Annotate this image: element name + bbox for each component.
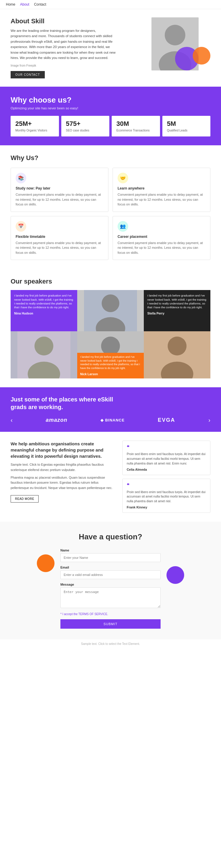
feature-title-career: Career placement bbox=[118, 235, 206, 239]
stat-label-seo: SEO case studies bbox=[66, 128, 105, 132]
message-input[interactable] bbox=[60, 587, 161, 608]
nina-name: Nina Hudson bbox=[14, 311, 74, 316]
companies-section: Just some of the places where eSkill gra… bbox=[0, 387, 221, 432]
nick-quote-text: I landed my first job before graduation … bbox=[80, 355, 140, 370]
nick-name: Nick Larson bbox=[80, 372, 141, 376]
hero-content: About Skill We are the leading online tr… bbox=[10, 18, 116, 79]
testimonial-card-1: ❝ Proin sed libero enim sed faucibus tur… bbox=[122, 441, 211, 475]
speaker-photo-bottom-right bbox=[144, 331, 211, 378]
flexible-icon: 📅 bbox=[15, 221, 26, 232]
speaker-photo-bottom-left bbox=[10, 331, 77, 378]
nav-contact[interactable]: Contact bbox=[34, 2, 46, 6]
career-icon: 👥 bbox=[118, 221, 128, 232]
logos-next-arrow[interactable]: › bbox=[208, 417, 211, 424]
feature-career: 👥 Career placement Convenient payment pl… bbox=[113, 216, 211, 260]
stat-label-ecommerce: Ecommerce Transactions bbox=[116, 128, 155, 132]
companies-title: Just some of the places where eSkill gra… bbox=[10, 396, 117, 411]
speaker-photo-bottom-center: I landed my first job before graduation … bbox=[77, 331, 144, 378]
feature-desc-career: Convenient payment plans enable you to d… bbox=[118, 241, 206, 255]
feature-study-now: 📚 Study now: Pay later Convenient paymen… bbox=[10, 168, 108, 212]
orange-circle-decoration bbox=[193, 47, 211, 65]
our-contact-button[interactable]: OUR CONTACT bbox=[10, 71, 45, 79]
speakers-grid: I landed my first job before graduation … bbox=[10, 290, 211, 378]
speakers-title: Our speakers bbox=[10, 278, 211, 285]
email-field-group: Email bbox=[60, 566, 161, 579]
freepik-note: Image from Freepik bbox=[10, 63, 116, 68]
feature-learn-anywhere: 🤝 Learn anywhere Convenient payment plan… bbox=[113, 168, 211, 212]
message-field-group: Message bbox=[60, 583, 161, 609]
hero-section: About Skill We are the leading online tr… bbox=[0, 9, 221, 87]
nina-quote-text: I landed my first job before graduation … bbox=[14, 293, 74, 309]
feature-title-learn: Learn anywhere bbox=[118, 186, 206, 190]
feature-title-study: Study now: Pay later bbox=[15, 186, 103, 190]
nav-home[interactable]: Home bbox=[6, 2, 15, 6]
name-field-group: Name bbox=[60, 549, 161, 562]
speaker-photo-center-top bbox=[77, 290, 144, 331]
features-grid: 📚 Study now: Pay later Convenient paymen… bbox=[10, 168, 211, 260]
testimonials-text-left: We help ambitious organisations create m… bbox=[10, 441, 122, 513]
binance-logo: ◆ BINANCE bbox=[100, 418, 125, 422]
testimonials-heading: We help ambitious organisations create m… bbox=[10, 441, 116, 459]
stat-ecommerce: 30M Ecommerce Transactions bbox=[112, 116, 160, 136]
why-us-section: Why Us? 📚 Study now: Pay later Convenien… bbox=[0, 145, 221, 269]
contact-section: Have a question? Name Email Message * I … bbox=[0, 522, 221, 639]
form-layout: Name Email Message * I accept the TERMS … bbox=[10, 549, 211, 629]
feature-flexible: 📅 Flexible timetable Convenient payment … bbox=[10, 216, 108, 260]
testimonials-section: We help ambitious organisations create m… bbox=[0, 432, 221, 522]
testimonial-card-2: ❝ Proin sed libero enim sed faucibus tur… bbox=[122, 479, 211, 513]
evga-logo: EVGA bbox=[158, 417, 175, 423]
hero-image-area bbox=[122, 18, 211, 73]
stat-number-visitors: 25M+ bbox=[15, 120, 54, 128]
svg-point-13 bbox=[168, 337, 187, 355]
name-input[interactable] bbox=[60, 553, 161, 562]
nav-about[interactable]: About bbox=[20, 2, 29, 6]
testimonials-body2: Pharetra magna ac placerat vestibulum. Q… bbox=[10, 475, 116, 491]
feature-desc-learn: Convenient payment plans enable you to d… bbox=[118, 192, 206, 207]
purple-circle-form-decoration bbox=[166, 566, 184, 584]
study-icon: 📚 bbox=[15, 173, 26, 183]
svg-point-4 bbox=[102, 294, 119, 312]
feature-desc-study: Convenient payment plans enable you to d… bbox=[15, 192, 103, 207]
stats-grid: 25M+ Monthly Organic Visitors 575+ SEO c… bbox=[10, 116, 211, 136]
feature-title-flexible: Flexible timetable bbox=[15, 235, 103, 239]
speakers-section: Our speakers I landed my first job befor… bbox=[0, 269, 221, 387]
name-label: Name bbox=[60, 549, 161, 552]
stat-monthly-visitors: 25M+ Monthly Organic Visitors bbox=[10, 116, 59, 136]
speaker-quote-stella: I landed my first job before graduation … bbox=[144, 290, 211, 331]
navbar: Home About Contact bbox=[0, 0, 221, 9]
testimonials-body1: Sample text. Click to Egestas egestas fr… bbox=[10, 462, 116, 472]
logos-prev-arrow[interactable]: ‹ bbox=[10, 417, 13, 424]
contact-form: Name Email Message * I accept the TERMS … bbox=[60, 549, 161, 629]
contact-title: Have a question? bbox=[10, 532, 211, 541]
learn-icon: 🤝 bbox=[118, 173, 128, 183]
stella-name: Stella Perry bbox=[147, 311, 207, 316]
stat-number-leads: 5M bbox=[167, 120, 206, 128]
testimonial-text-1: Proin sed libero enim sed faucibus turpi… bbox=[127, 452, 206, 466]
speaker-quote-nina: I landed my first job before graduation … bbox=[10, 290, 77, 331]
message-label: Message bbox=[60, 583, 161, 586]
why-us-title: Why Us? bbox=[10, 154, 211, 162]
read-more-button[interactable]: READ MORE bbox=[10, 495, 39, 502]
logos-row: ‹ amazon ◆ BINANCE EVGA › bbox=[10, 417, 211, 424]
stat-label-leads: Qualified Leads bbox=[167, 128, 206, 132]
hero-image-container bbox=[152, 18, 211, 73]
email-input[interactable] bbox=[60, 570, 161, 579]
submit-button[interactable]: SUBMIT bbox=[60, 619, 161, 629]
quote-icon-2: ❝ bbox=[127, 483, 206, 488]
email-label: Email bbox=[60, 566, 161, 569]
svg-point-7 bbox=[34, 337, 53, 355]
why-choose-title: Why choose us? bbox=[10, 95, 211, 105]
stat-number-seo: 575+ bbox=[66, 120, 105, 128]
testimonials-cards: ❝ Proin sed libero enim sed faucibus tur… bbox=[122, 441, 211, 513]
testimonial-text-2: Proin sed libero enim sed faucibus turpi… bbox=[127, 490, 206, 504]
testimonial-author-2: Frank Kinney bbox=[127, 505, 206, 509]
testimonial-author-1: Celia Almeda bbox=[127, 468, 206, 471]
stat-seo: 575+ SEO case studies bbox=[61, 116, 109, 136]
stat-label-visitors: Monthly Organic Visitors bbox=[15, 128, 54, 132]
terms-text: * I accept the TERMS OF SERVICE. bbox=[60, 613, 161, 616]
hero-title: About Skill bbox=[10, 18, 116, 25]
footer-note: Sample text. Click to select the Text El… bbox=[0, 639, 221, 648]
quote-icon-1: ❝ bbox=[127, 444, 206, 450]
stella-quote-text: I landed my first job before graduation … bbox=[147, 293, 207, 309]
why-choose-subtitle: Optimizing your site has never been so e… bbox=[10, 106, 211, 110]
